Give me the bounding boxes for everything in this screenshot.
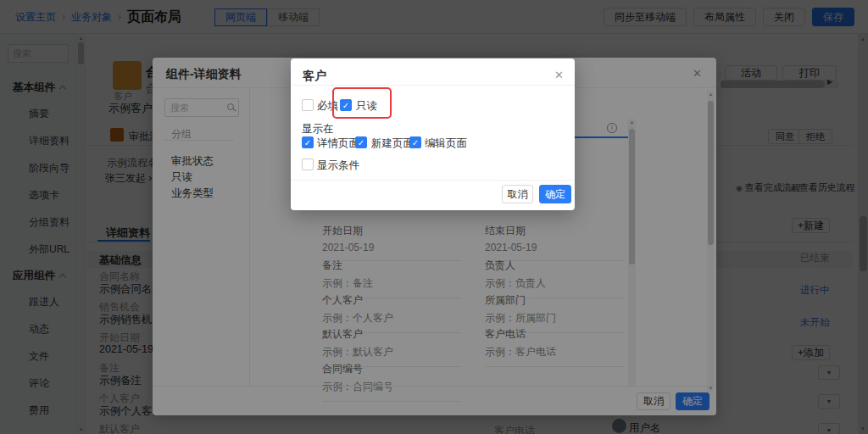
create-page-label: 新建页面 [371, 136, 414, 151]
readonly-checkbox[interactable] [340, 99, 352, 111]
display-in-label: 显示在 [302, 122, 334, 136]
divider [291, 85, 575, 86]
detail-page-checkbox[interactable] [302, 136, 314, 148]
required-checkbox[interactable] [302, 99, 314, 111]
display-condition-label: 显示条件 [317, 159, 359, 173]
create-page-checkbox[interactable] [355, 136, 367, 148]
required-label: 必填 [317, 99, 338, 114]
edit-page-label: 编辑页面 [425, 136, 467, 151]
close-icon[interactable]: ✕ [554, 70, 564, 81]
page-layout-editor: 设置主页 › 业务对象 › 页面布局 网页端 移动端 同步至移动端 布局属性 关… [0, 0, 868, 434]
divider [291, 180, 575, 181]
display-condition-checkbox[interactable] [302, 159, 314, 170]
field-settings-modal: 客户 ✕ 必填 只读 显示在 详情页面 新建页面 编辑页面 显示条件 取消 确定 [291, 58, 575, 210]
readonly-label: 只读 [356, 99, 377, 114]
cancel-button[interactable]: 取消 [502, 185, 533, 203]
confirm-button[interactable]: 确定 [539, 185, 571, 203]
edit-page-checkbox[interactable] [409, 136, 421, 148]
modal-title: 客户 [303, 69, 326, 84]
detail-page-label: 详情页面 [317, 136, 359, 151]
